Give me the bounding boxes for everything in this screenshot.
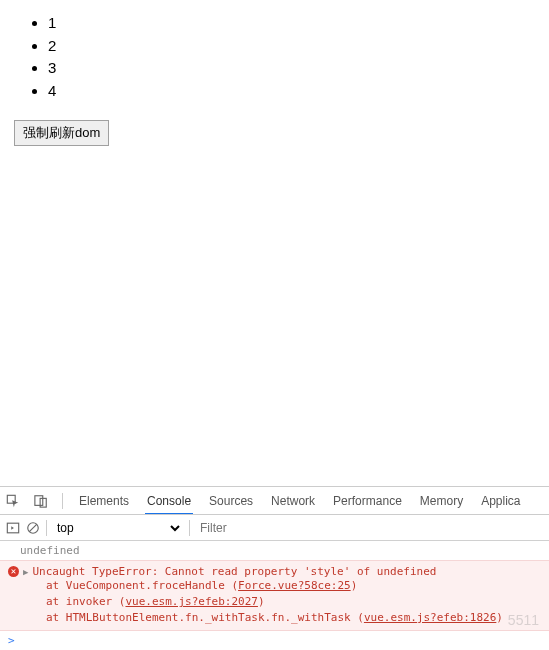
stack-trace: at VueComponent.froceHandle (Force.vue?5… — [8, 578, 541, 626]
tab-memory[interactable]: Memory — [418, 487, 465, 515]
context-select[interactable]: top — [53, 520, 183, 536]
svg-rect-1 — [35, 495, 43, 505]
tab-console[interactable]: Console — [145, 487, 193, 515]
devtools-panel: Elements Console Sources Network Perform… — [0, 486, 549, 650]
filter-input[interactable] — [196, 519, 543, 537]
page-content: 1 2 3 4 强制刷新dom — [0, 0, 549, 486]
console-log-undefined: undefined — [0, 541, 549, 560]
tab-performance[interactable]: Performance — [331, 487, 404, 515]
divider — [62, 493, 63, 509]
trace-line: at HTMLButtonElement.fn._withTask.fn._wi… — [46, 610, 541, 626]
console-prompt[interactable]: > — [0, 631, 549, 650]
inspect-icon[interactable] — [6, 494, 20, 508]
tab-sources[interactable]: Sources — [207, 487, 255, 515]
clear-console-icon[interactable] — [26, 521, 40, 535]
tab-elements[interactable]: Elements — [77, 487, 131, 515]
sidebar-toggle-icon[interactable] — [6, 521, 20, 535]
list-item: 3 — [48, 57, 541, 80]
devtools-toolbar: Elements Console Sources Network Perform… — [0, 487, 549, 515]
trace-line: at invoker (vue.esm.js?efeb:2027) — [46, 594, 541, 610]
divider — [189, 520, 190, 536]
list-item: 1 — [48, 12, 541, 35]
error-message: Uncaught TypeError: Cannot read property… — [32, 565, 436, 578]
force-refresh-button[interactable]: 强制刷新dom — [14, 120, 109, 146]
console-subbar: top — [0, 515, 549, 541]
caret-right-icon[interactable]: ▶ — [23, 567, 28, 577]
tab-application[interactable]: Applica — [479, 487, 522, 515]
source-link[interactable]: Force.vue?58ce:25 — [238, 579, 351, 592]
source-link[interactable]: vue.esm.js?efeb:2027 — [125, 595, 257, 608]
item-list: 1 2 3 4 — [8, 12, 541, 102]
list-item: 2 — [48, 35, 541, 58]
device-toggle-icon[interactable] — [34, 494, 48, 508]
svg-line-5 — [29, 524, 37, 532]
tab-network[interactable]: Network — [269, 487, 317, 515]
divider — [46, 520, 47, 536]
console-error: ✕ ▶ Uncaught TypeError: Cannot read prop… — [0, 560, 549, 631]
error-icon: ✕ — [8, 566, 19, 577]
trace-line: at VueComponent.froceHandle (Force.vue?5… — [46, 578, 541, 594]
source-link[interactable]: vue.esm.js?efeb:1826 — [364, 611, 496, 624]
console-body: undefined ✕ ▶ Uncaught TypeError: Cannot… — [0, 541, 549, 650]
list-item: 4 — [48, 80, 541, 103]
